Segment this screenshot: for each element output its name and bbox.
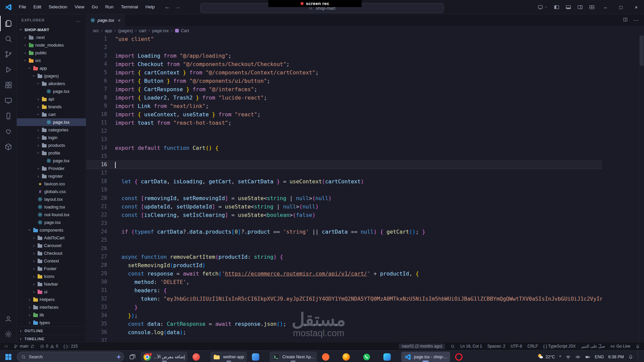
toggle-secondary-sidebar-icon[interactable] (574, 4, 586, 10)
taskbar-whatsapp[interactable] (360, 352, 378, 362)
tree-item-interfaces[interactable]: ›interfaces (17, 303, 86, 311)
toggle-panel-icon[interactable] (562, 4, 574, 10)
status-indentation[interactable]: Spaces: 2 (487, 344, 505, 349)
status-counter[interactable]: (·) : 215 (63, 344, 77, 349)
code-line-23[interactable]: 23 (86, 219, 602, 228)
scrollbar-thumb[interactable] (640, 36, 644, 66)
code-line-25[interactable]: 25 (86, 236, 602, 244)
tree-item-Footer[interactable]: ›Footer (17, 265, 86, 273)
editor-scrollbar[interactable] (639, 35, 644, 342)
taskbar-red-app[interactable] (190, 352, 208, 362)
status-eol[interactable]: CRLF (527, 344, 538, 349)
breadcrumb-item-cart[interactable]: cart (139, 28, 146, 33)
tree-item-Navbar[interactable]: ›Navbar (17, 280, 86, 288)
menu-view[interactable]: View (71, 0, 88, 14)
tree-item-favicon.ico[interactable]: ›★favicon.ico (17, 180, 86, 188)
settings-icon[interactable] (0, 326, 16, 342)
hidden-icons-chevron[interactable]: ^ (559, 354, 561, 359)
tree-item-login[interactable]: ›login (17, 134, 86, 141)
code-line-11[interactable]: 11import toast from "react-hot-toast"; (86, 119, 602, 127)
tree-item-Context[interactable]: ›Context (17, 257, 86, 265)
taskbar-media[interactable] (381, 352, 399, 362)
breadcrumb-item-page.tsx[interactable]: page.tsx (152, 28, 169, 33)
close-button[interactable]: × (629, 0, 644, 14)
status-prayer-extension[interactable]: صلّ على النبي (581, 344, 605, 349)
tree-item-app[interactable]: ›app (17, 64, 86, 72)
extensions-icon[interactable] (0, 77, 16, 93)
taskbar-folder[interactable]: wether-app (210, 352, 247, 362)
code-line-33[interactable]: 33 } (86, 303, 602, 311)
account-icon[interactable] (0, 311, 16, 326)
tree-item-Icons[interactable]: ›Icons (17, 273, 86, 280)
taskbar-terminal[interactable]: Create Next Ap... (270, 352, 317, 362)
tree-item-register[interactable]: ›register (17, 172, 86, 180)
taskbar-chrome[interactable]: إضافة معرض الأ... (141, 352, 187, 362)
tree-item-page.tsx[interactable]: ›page.tsx (17, 118, 86, 126)
code-line-30[interactable]: 30 method: 'DELETE', (86, 278, 602, 286)
menu-edit[interactable]: Edit (30, 0, 45, 14)
code-line-14[interactable]: 14export default function Cart() { (86, 144, 602, 152)
code-line-6[interactable]: 6import { Button } from "@/components/ui… (86, 77, 602, 85)
section-timeline[interactable]: ›TIMELINE (17, 335, 86, 342)
task-view-button[interactable] (127, 352, 138, 362)
menu-file[interactable]: File (15, 0, 30, 14)
explorer-icon[interactable] (0, 16, 16, 31)
taskbar-opera[interactable] (452, 352, 471, 362)
code-line-37[interactable]: 37 (86, 337, 602, 342)
health-icon[interactable] (0, 124, 16, 139)
run-debug-icon[interactable] (0, 62, 16, 77)
tree-item-page.tsx[interactable]: ›page.tsx (17, 219, 86, 226)
editor-more-actions-icon[interactable]: ⋯ (633, 17, 639, 23)
tree-item-Provider[interactable]: ›Provider (17, 165, 86, 172)
minimap[interactable] (602, 35, 639, 342)
taskbar-vscode[interactable]: page.tsx - shop-... (401, 352, 450, 362)
code-line-3[interactable]: 3import Loading from "@/app/loading"; (86, 52, 602, 60)
tree-item-node_modules[interactable]: ›node_modules (17, 41, 86, 49)
code-line-18[interactable]: 18 let { cartData, isLoading, getCart, s… (86, 177, 602, 186)
status-language-mode[interactable]: { } TypeScript JSX (543, 344, 576, 349)
tree-item-cart[interactable]: ›cart (17, 111, 86, 118)
status-go-live[interactable]: Go Live (610, 344, 630, 349)
weather-widget[interactable]: 22°C (537, 353, 555, 361)
code-line-9[interactable]: 9import Link from "next/link"; (86, 102, 602, 110)
code-line-34[interactable]: 34 }); (86, 311, 602, 320)
code-line-36[interactable]: 36 console.log(data); (86, 328, 602, 337)
tree-item-layout.tsx[interactable]: ›layout.tsx (17, 195, 86, 203)
code-line-32[interactable]: 32 token: "eyJhbGciOiJIUzI1NiIsInR5cCI6I… (86, 295, 602, 303)
code-line-2[interactable]: 2 (86, 43, 602, 52)
code-line-16[interactable]: 16 (86, 161, 602, 169)
tree-item-Helpers[interactable]: ›Helpers (17, 296, 86, 303)
code-line-24[interactable]: 24 if (typeof cartData?.data.products[0]… (86, 228, 602, 236)
tree-item-(pages)[interactable]: ›(pages) (17, 72, 86, 80)
tree-item-brands[interactable]: ›brands (17, 103, 86, 111)
tree-item-products[interactable]: ›products (17, 141, 86, 149)
status-notifications[interactable] (636, 344, 640, 349)
menu-selection[interactable]: Selection (45, 0, 71, 14)
status-search[interactable] (450, 344, 455, 349)
battery-icon[interactable] (585, 354, 590, 360)
tree-item-Carousel[interactable]: ›Carousel (17, 242, 86, 249)
remote-monitor-icon[interactable] (0, 93, 16, 108)
code-line-26[interactable]: 26 (86, 244, 602, 253)
tree-item-.next[interactable]: ›.next (17, 34, 86, 41)
tree-item-page.tsx[interactable]: ›page.tsx (17, 157, 86, 165)
tree-item-src[interactable]: ›src (17, 57, 86, 64)
tree-item-components[interactable]: ›components (17, 226, 86, 234)
tree-item-ui[interactable]: ›ui (17, 288, 86, 296)
tree-item-globals.css[interactable]: ›#globals.css (17, 188, 86, 195)
code-line-28[interactable]: 28 setRemovingId(productId) (86, 261, 602, 269)
taskbar-firefox[interactable] (340, 352, 358, 362)
customize-layout-icon[interactable] (586, 4, 598, 10)
source-control-icon[interactable] (0, 47, 16, 62)
tree-item-Checkout[interactable]: ›Checkout (17, 249, 86, 257)
toggle-sidebar-icon[interactable] (551, 4, 562, 10)
status-remote[interactable] (4, 344, 8, 349)
explorer-more-actions-icon[interactable]: … (76, 17, 81, 23)
back-arrow-icon[interactable]: ← (164, 4, 170, 10)
code-line-31[interactable]: 31 headers: { (86, 286, 602, 295)
tab-page-tsx[interactable]: page.tsx × (86, 14, 125, 26)
code-line-7[interactable]: 7import { CartResponse } from "@/interfa… (86, 85, 602, 94)
breadcrumb-item-(pages)[interactable]: (pages) (118, 28, 133, 33)
tree-item-page.tsx[interactable]: ›page.tsx (17, 87, 86, 95)
tree-root-shop-mart[interactable]: ›SHOP-MART (17, 26, 86, 34)
